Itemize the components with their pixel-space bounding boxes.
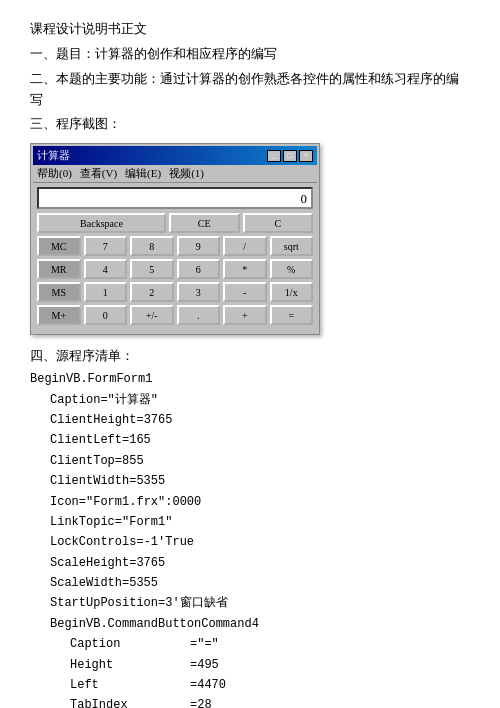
prop-linktopic: LinkTopic="Form1" [50, 512, 470, 532]
calculator-screenshot: 计算器 _ □ × 帮助(0) 查看(V) 编辑(E) 视频(1) 0 Back… [30, 143, 320, 335]
section-3: 三、程序截图： [30, 114, 470, 135]
prop-clienttop: ClientTop=855 [50, 451, 470, 471]
prop-sh-val: 3765 [136, 553, 165, 573]
prop-sw-val: 5355 [129, 573, 158, 593]
cmd-height-eq: =495 [190, 655, 219, 675]
btn-add[interactable]: + [223, 305, 267, 325]
prop-ch-val: 3765 [144, 410, 173, 430]
cmd-left: Left=4470 [70, 675, 470, 695]
prop-clientleft: ClientLeft=165 [50, 430, 470, 450]
prop-startuppos: StartUpPosition=3'窗口缺省 [50, 593, 470, 613]
prop-ct-key: ClientTop= [50, 451, 122, 471]
minimize-button[interactable]: _ [267, 150, 281, 162]
prop-lt-key: LinkTopic= [50, 512, 122, 532]
calc-row-2: MC 7 8 9 / sqrt [37, 236, 313, 256]
prop-sup-val: 3'窗口缺省 [165, 593, 227, 613]
btn-7[interactable]: 7 [84, 236, 128, 256]
calc-title: 计算器 [37, 148, 70, 163]
section-1: 一、题目：计算器的创作和相应程序的编写 [30, 44, 470, 65]
mr-button[interactable]: MR [37, 259, 81, 279]
calc-menubar: 帮助(0) 查看(V) 编辑(E) 视频(1) [33, 165, 317, 183]
mc-button[interactable]: MC [37, 236, 81, 256]
page-title: 课程设计说明书正文 [30, 20, 470, 38]
prop-scalewidth: ScaleWidth=5355 [50, 573, 470, 593]
c-button[interactable]: C [243, 213, 314, 233]
btn-sign[interactable]: +/- [130, 305, 174, 325]
btn-6[interactable]: 6 [177, 259, 221, 279]
ms-button[interactable]: MS [37, 282, 81, 302]
prop-clientheight: ClientHeight=3765 [50, 410, 470, 430]
calc-row-5: M+ 0 +/- . + = [37, 305, 313, 325]
mplus-button[interactable]: M+ [37, 305, 81, 325]
btn-sub[interactable]: - [223, 282, 267, 302]
menu-edit[interactable]: 编辑(E) [125, 166, 161, 181]
prop-lockcontrols: LockControls=-1'True [50, 532, 470, 552]
prop-caption-key: Caption= [50, 390, 108, 410]
prop-icon-key: Icon= [50, 492, 86, 512]
prop-cl-key: ClientLeft= [50, 430, 129, 450]
prop-scaleheight: ScaleHeight=3765 [50, 553, 470, 573]
btn-pct[interactable]: % [270, 259, 314, 279]
code-block: BeginVB.FormForm1 Caption="计算器" ClientHe… [30, 369, 470, 708]
prop-sh-key: ScaleHeight= [50, 553, 136, 573]
prop-cw-key: ClientWidth= [50, 471, 136, 491]
cmd-height: Height=495 [70, 655, 470, 675]
prop-cw-val: 5355 [136, 471, 165, 491]
prop-lc-val: -1'True [144, 532, 194, 552]
btn-9[interactable]: 9 [177, 236, 221, 256]
section-2: 二、本题的主要功能：通过计算器的创作熟悉各控件的属性和练习程序的编写 [30, 69, 470, 111]
calc-titlebar: 计算器 _ □ × [33, 146, 317, 165]
prop-sw-key: ScaleWidth= [50, 573, 129, 593]
cmd-tabindex-eq: =28 [190, 695, 212, 708]
btn-mul[interactable]: * [223, 259, 267, 279]
btn-8[interactable]: 8 [130, 236, 174, 256]
command-begin-line: BeginVB.CommandButtonCommand4 [50, 614, 470, 634]
prop-lc-key: LockControls= [50, 532, 144, 552]
source-section-label: 四、源程序清单： [30, 347, 470, 365]
prop-ch-key: ClientHeight= [50, 410, 144, 430]
prop-clientwidth: ClientWidth=5355 [50, 471, 470, 491]
btn-4[interactable]: 4 [84, 259, 128, 279]
menu-view[interactable]: 查看(V) [80, 166, 117, 181]
close-button[interactable]: × [299, 150, 313, 162]
calc-titlebar-buttons: _ □ × [267, 150, 313, 162]
prop-cl-val: 165 [129, 430, 151, 450]
sqrt-button[interactable]: sqrt [270, 236, 314, 256]
cmd-tabindex: TabIndex=28 [70, 695, 470, 708]
calc-display: 0 [37, 187, 313, 209]
btn-recip[interactable]: 1/x [270, 282, 314, 302]
maximize-button[interactable]: □ [283, 150, 297, 162]
calc-body: 0 Backspace CE C MC 7 8 9 / sqrt MR 4 5 … [33, 183, 317, 332]
btn-5[interactable]: 5 [130, 259, 174, 279]
cmd-tabindex-key: TabIndex [70, 695, 190, 708]
cmd-left-key: Left [70, 675, 190, 695]
btn-2[interactable]: 2 [130, 282, 174, 302]
btn-1[interactable]: 1 [84, 282, 128, 302]
menu-help[interactable]: 帮助(0) [37, 166, 72, 181]
backspace-button[interactable]: Backspace [37, 213, 166, 233]
cmd-height-key: Height [70, 655, 190, 675]
btn-eq[interactable]: = [270, 305, 314, 325]
prop-caption: Caption="计算器" [50, 390, 470, 410]
calc-row-4: MS 1 2 3 - 1/x [37, 282, 313, 302]
btn-dot[interactable]: . [177, 305, 221, 325]
prop-lt-val: "Form1" [122, 512, 172, 532]
prop-ct-val: 855 [122, 451, 144, 471]
prop-icon-val: "Form1.frx":0000 [86, 492, 201, 512]
btn-0[interactable]: 0 [84, 305, 128, 325]
cmd-caption-key: Caption [70, 634, 190, 654]
prop-caption-val: "计算器" [108, 390, 158, 410]
form-begin-line: BeginVB.FormForm1 [30, 369, 470, 389]
calc-row-3: MR 4 5 6 * % [37, 259, 313, 279]
btn-div[interactable]: / [223, 236, 267, 256]
ce-button[interactable]: CE [169, 213, 240, 233]
cmd-left-eq: =4470 [190, 675, 226, 695]
cmd-caption: Caption="=" [70, 634, 470, 654]
prop-sup-key: StartUpPosition= [50, 593, 165, 613]
btn-3[interactable]: 3 [177, 282, 221, 302]
cmd-caption-eq: ="=" [190, 634, 219, 654]
prop-icon: Icon="Form1.frx":0000 [50, 492, 470, 512]
menu-video[interactable]: 视频(1) [169, 166, 204, 181]
calc-row-1: Backspace CE C [37, 213, 313, 233]
